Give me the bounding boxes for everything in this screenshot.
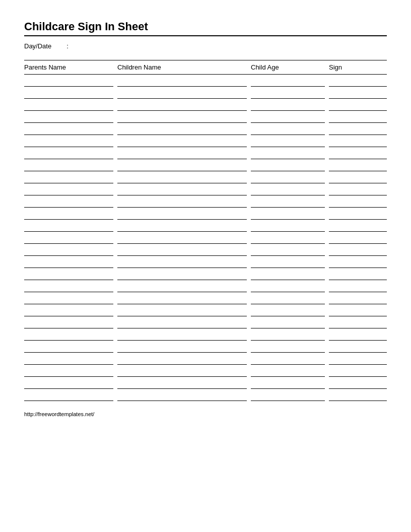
col-header-sign: Sign [329, 62, 387, 72]
col-header-child-age: Child Age [251, 62, 329, 72]
table-cell [117, 257, 247, 268]
table-cell [24, 317, 113, 328]
table-row [24, 233, 387, 244]
table-cell [329, 221, 387, 232]
table-cell [251, 160, 325, 171]
table-row [24, 378, 387, 389]
col-header-parents-name: Parents Name [24, 62, 117, 72]
sign-in-table: Parents Name Children Name Child Age Sig… [24, 60, 387, 401]
table-row [24, 342, 387, 353]
table-cell [251, 184, 325, 195]
table-cell [117, 148, 247, 159]
table-row [24, 305, 387, 316]
col-header-children-name: Children Name [117, 62, 251, 72]
table-cell [117, 233, 247, 244]
table-cell [329, 148, 387, 159]
table-cell [117, 196, 247, 208]
table-row [24, 221, 387, 232]
table-cell [117, 136, 247, 147]
table-cell [117, 245, 247, 256]
table-row [24, 100, 387, 111]
table-cell [24, 184, 113, 195]
table-cell [329, 342, 387, 353]
table-cell [251, 281, 325, 292]
day-date-row: Day/Date : [24, 42, 387, 50]
table-cell [24, 148, 113, 159]
table-cell [251, 124, 325, 135]
table-cell [117, 305, 247, 316]
table-cell [251, 172, 325, 183]
table-cell [251, 366, 325, 377]
table-cell [329, 196, 387, 208]
table-cell [251, 245, 325, 256]
table-row [24, 196, 387, 208]
table-cell [329, 136, 387, 147]
table-cell [251, 209, 325, 220]
table-row [24, 148, 387, 159]
table-row [24, 293, 387, 304]
table-cell [329, 329, 387, 341]
table-cell [117, 76, 247, 87]
table-cell [329, 76, 387, 87]
table-cell [117, 366, 247, 377]
table-cell [24, 124, 113, 135]
table-cell [329, 172, 387, 183]
table-cell [117, 184, 247, 195]
table-row [24, 257, 387, 268]
table-row [24, 390, 387, 401]
table-row [24, 136, 387, 147]
table-cell [117, 112, 247, 123]
table-cell [24, 76, 113, 87]
table-row [24, 209, 387, 220]
table-rows-container [24, 76, 387, 401]
table-cell [24, 196, 113, 208]
table-cell [117, 88, 247, 99]
table-cell [24, 354, 113, 365]
table-cell [117, 221, 247, 232]
day-date-colon: : [66, 42, 68, 50]
table-cell [329, 366, 387, 377]
table-row [24, 112, 387, 123]
table-cell [24, 233, 113, 244]
table-cell [24, 136, 113, 147]
table-cell [24, 257, 113, 268]
table-cell [251, 196, 325, 208]
table-cell [329, 160, 387, 171]
table-row [24, 354, 387, 365]
footer: http://freewordtemplates.net/ [24, 411, 387, 417]
table-cell [117, 342, 247, 353]
table-cell [329, 281, 387, 292]
table-cell [24, 112, 113, 123]
table-cell [251, 329, 325, 341]
table-row [24, 317, 387, 328]
table-cell [251, 136, 325, 147]
table-cell [329, 293, 387, 304]
table-cell [24, 342, 113, 353]
table-cell [251, 76, 325, 87]
table-cell [329, 100, 387, 111]
table-cell [24, 245, 113, 256]
table-row [24, 76, 387, 87]
table-cell [24, 378, 113, 389]
table-cell [251, 305, 325, 316]
table-header: Parents Name Children Name Child Age Sig… [24, 60, 387, 75]
table-cell [117, 281, 247, 292]
table-cell [24, 172, 113, 183]
table-cell [329, 245, 387, 256]
table-cell [329, 184, 387, 195]
table-cell [329, 257, 387, 268]
table-cell [251, 390, 325, 401]
table-row [24, 124, 387, 135]
table-row [24, 366, 387, 377]
table-cell [117, 293, 247, 304]
table-row [24, 88, 387, 99]
table-cell [329, 124, 387, 135]
table-cell [24, 390, 113, 401]
table-row [24, 245, 387, 256]
table-cell [24, 209, 113, 220]
table-cell [251, 269, 325, 280]
table-cell [24, 269, 113, 280]
table-cell [329, 233, 387, 244]
table-cell [117, 329, 247, 341]
table-cell [251, 317, 325, 328]
